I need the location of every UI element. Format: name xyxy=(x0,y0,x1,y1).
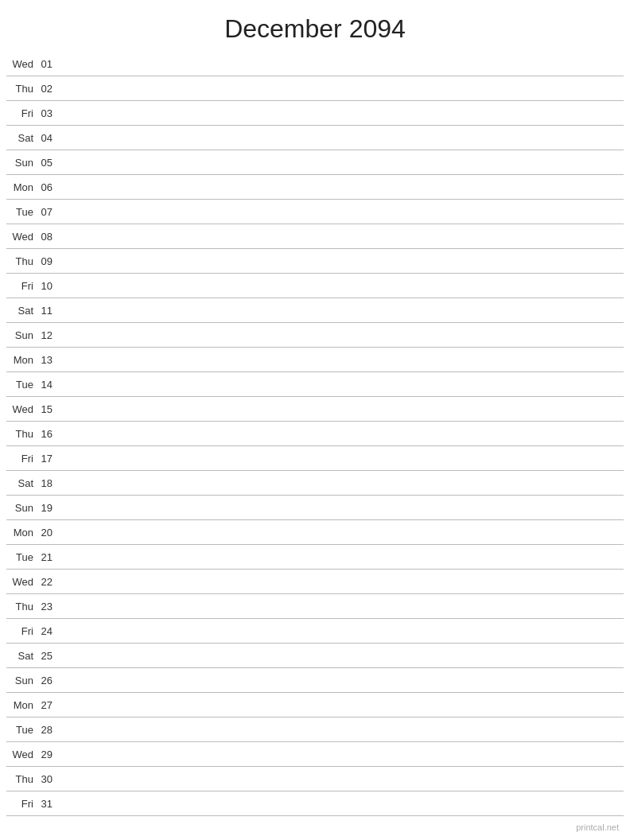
day-line xyxy=(59,483,624,484)
day-name: Thu xyxy=(6,428,37,440)
day-name: Thu xyxy=(6,773,37,785)
day-row: Fri24 xyxy=(6,619,624,644)
day-row: Wed15 xyxy=(6,397,624,422)
day-name: Tue xyxy=(6,206,37,218)
day-row: Fri17 xyxy=(6,446,624,471)
day-row: Sun26 xyxy=(6,668,624,693)
day-number: 29 xyxy=(37,749,59,760)
day-number: 16 xyxy=(37,428,59,440)
day-line xyxy=(59,162,624,163)
day-line xyxy=(59,532,624,533)
day-row: Thu16 xyxy=(6,422,624,446)
day-number: 18 xyxy=(37,477,59,489)
day-line xyxy=(59,138,624,138)
day-number: 12 xyxy=(37,329,59,341)
day-number: 15 xyxy=(37,403,59,415)
day-name: Sun xyxy=(6,157,37,169)
day-number: 30 xyxy=(37,773,59,785)
day-row: Sat25 xyxy=(6,644,624,668)
day-row: Mon27 xyxy=(6,693,624,718)
page-title: December 2094 xyxy=(0,0,630,52)
day-name: Mon xyxy=(6,699,37,711)
day-number: 02 xyxy=(37,83,59,95)
day-row: Sun05 xyxy=(6,150,624,175)
day-line xyxy=(59,310,624,311)
day-number: 17 xyxy=(37,453,59,465)
day-row: Sun19 xyxy=(6,496,624,520)
day-row: Tue21 xyxy=(6,545,624,570)
day-row: Sat11 xyxy=(6,298,624,323)
day-line xyxy=(59,64,624,64)
day-line xyxy=(59,557,624,558)
day-line xyxy=(59,360,624,360)
day-row: Wed22 xyxy=(6,570,624,594)
day-number: 09 xyxy=(37,255,59,267)
calendar-grid: Wed01Thu02Fri03Sat04Sun05Mon06Tue07Wed08… xyxy=(0,52,630,816)
day-line xyxy=(59,187,624,188)
day-row: Tue14 xyxy=(6,372,624,397)
day-number: 04 xyxy=(37,132,59,144)
day-line xyxy=(59,88,624,89)
day-number: 26 xyxy=(37,675,59,686)
day-number: 13 xyxy=(37,354,59,366)
day-row: Fri31 xyxy=(6,791,624,816)
day-row: Fri03 xyxy=(6,101,624,126)
day-name: Sat xyxy=(6,132,37,144)
day-line xyxy=(59,286,624,286)
footer-label: printcal.net xyxy=(576,822,619,832)
day-row: Tue07 xyxy=(6,200,624,224)
day-line xyxy=(59,779,624,780)
day-number: 14 xyxy=(37,379,59,391)
day-number: 11 xyxy=(37,305,59,317)
day-name: Sun xyxy=(6,502,37,514)
day-name: Fri xyxy=(6,453,37,465)
day-line xyxy=(59,458,624,459)
day-line xyxy=(59,261,624,262)
day-row: Wed29 xyxy=(6,742,624,767)
day-number: 27 xyxy=(37,699,59,711)
day-line xyxy=(59,729,624,730)
day-number: 23 xyxy=(37,601,59,612)
day-line xyxy=(59,335,624,336)
day-name: Thu xyxy=(6,255,37,267)
day-line xyxy=(59,508,624,508)
day-line xyxy=(59,631,624,632)
day-row: Thu02 xyxy=(6,76,624,101)
day-line xyxy=(59,236,624,237)
day-name: Wed xyxy=(6,58,37,70)
day-line xyxy=(59,705,624,706)
day-name: Fri xyxy=(6,798,37,810)
day-line xyxy=(59,581,624,582)
day-row: Tue28 xyxy=(6,718,624,742)
day-number: 22 xyxy=(37,576,59,588)
day-line xyxy=(59,212,624,212)
day-line xyxy=(59,606,624,607)
day-name: Sun xyxy=(6,675,37,686)
day-name: Sun xyxy=(6,329,37,341)
day-number: 24 xyxy=(37,625,59,637)
day-number: 06 xyxy=(37,181,59,193)
day-number: 21 xyxy=(37,551,59,563)
day-name: Wed xyxy=(6,749,37,760)
day-name: Sat xyxy=(6,477,37,489)
day-name: Mon xyxy=(6,181,37,193)
day-name: Fri xyxy=(6,107,37,119)
day-number: 05 xyxy=(37,157,59,169)
day-row: Fri10 xyxy=(6,274,624,298)
day-line xyxy=(59,409,624,410)
day-number: 31 xyxy=(37,798,59,810)
day-name: Wed xyxy=(6,576,37,588)
day-name: Tue xyxy=(6,551,37,563)
day-name: Thu xyxy=(6,601,37,612)
day-name: Sat xyxy=(6,305,37,317)
day-line xyxy=(59,680,624,681)
day-name: Mon xyxy=(6,527,37,539)
day-line xyxy=(59,434,624,434)
day-line xyxy=(59,384,624,385)
day-line xyxy=(59,113,624,114)
day-name: Fri xyxy=(6,280,37,292)
day-row: Thu23 xyxy=(6,594,624,619)
day-number: 28 xyxy=(37,724,59,736)
day-name: Wed xyxy=(6,403,37,415)
day-row: Sat18 xyxy=(6,471,624,496)
